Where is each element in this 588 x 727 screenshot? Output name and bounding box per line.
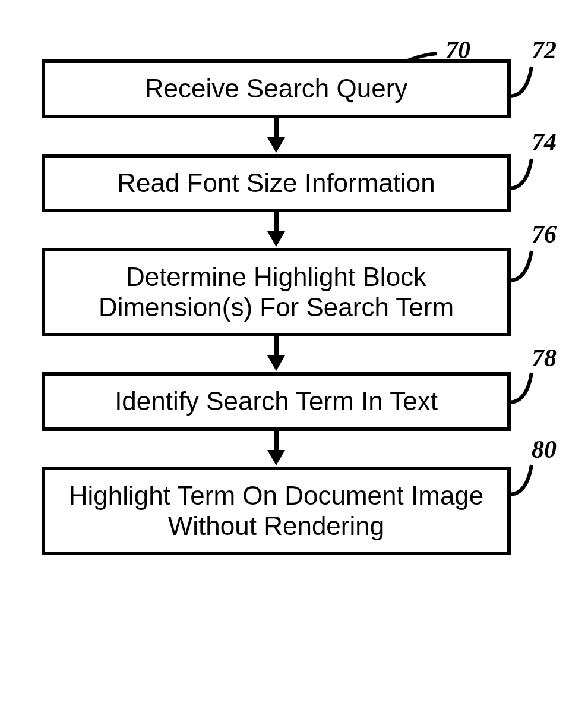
svg-marker-4 (267, 231, 285, 247)
step-ref-label: 80 (532, 435, 557, 464)
flowchart-container: Receive Search Query 72 Read Font Size I… (42, 59, 546, 555)
flow-step-identify-term: Identify Search Term In Text (42, 372, 511, 431)
step-label: Read Font Size Information (117, 168, 435, 197)
flow-step-read-font: Read Font Size Information (42, 154, 511, 213)
ref-text: 76 (532, 221, 557, 248)
svg-marker-2 (267, 137, 285, 153)
ref-connector (503, 244, 545, 285)
flow-arrow (42, 431, 511, 467)
step-ref-label: 72 (532, 36, 557, 64)
step-label: Receive Search Query (145, 74, 408, 103)
step-ref-label: 76 (532, 220, 557, 248)
ref-connector (503, 59, 545, 101)
svg-marker-8 (267, 450, 285, 465)
step-ref-label: 74 (532, 128, 557, 156)
ref-text: 74 (532, 128, 557, 156)
ref-connector (503, 458, 545, 499)
flow-arrow (42, 212, 511, 248)
flow-step-highlight-doc: Highlight Term On Document Image Without… (42, 467, 511, 555)
svg-marker-6 (267, 355, 285, 371)
flow-arrow (42, 118, 511, 154)
flow-step-receive-query: Receive Search Query (42, 59, 511, 118)
ref-text: 78 (532, 344, 557, 372)
step-label: Determine Highlight Block Dimension(s) F… (99, 262, 454, 322)
step-label: Identify Search Term In Text (115, 386, 438, 416)
step-ref-label: 78 (532, 344, 557, 372)
ref-text: 80 (532, 436, 557, 463)
ref-connector (503, 152, 545, 193)
flow-step-determine-highlight: Determine Highlight Block Dimension(s) F… (42, 248, 511, 336)
step-label: Highlight Term On Document Image Without… (69, 481, 484, 540)
flow-arrow (42, 336, 511, 372)
ref-text: 72 (532, 36, 557, 64)
